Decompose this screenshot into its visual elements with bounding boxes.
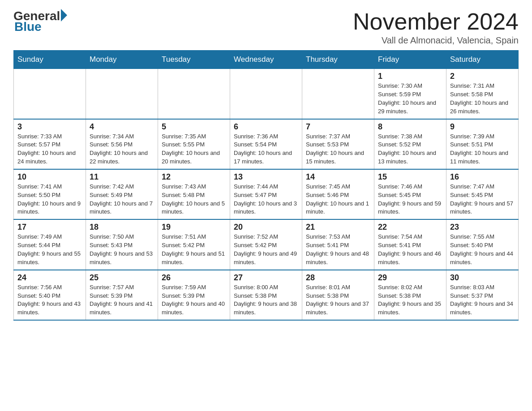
day-number: 22 (378, 223, 442, 232)
calendar-cell (158, 69, 230, 119)
day-info: Sunrise: 7:38 AMSunset: 5:52 PMDaylight:… (378, 133, 442, 166)
day-info: Sunrise: 7:47 AMSunset: 5:45 PMDaylight:… (450, 183, 515, 216)
day-info: Sunrise: 7:52 AMSunset: 5:42 PMDaylight:… (234, 233, 298, 266)
calendar-cell: 22Sunrise: 7:54 AMSunset: 5:41 PMDayligh… (374, 219, 446, 270)
day-info: Sunrise: 7:45 AMSunset: 5:46 PMDaylight:… (306, 183, 370, 216)
day-number: 25 (90, 273, 154, 283)
day-number: 23 (450, 223, 515, 232)
calendar-cell: 14Sunrise: 7:45 AMSunset: 5:46 PMDayligh… (302, 169, 374, 219)
week-row-3: 10Sunrise: 7:41 AMSunset: 5:50 PMDayligh… (14, 169, 519, 219)
day-info: Sunrise: 7:56 AMSunset: 5:40 PMDaylight:… (17, 283, 82, 317)
calendar-cell: 16Sunrise: 7:47 AMSunset: 5:45 PMDayligh… (446, 169, 519, 219)
calendar-cell (302, 69, 374, 119)
day-number: 24 (17, 273, 82, 283)
weekday-header-friday: Friday (374, 51, 446, 69)
day-info: Sunrise: 7:34 AMSunset: 5:56 PMDaylight:… (90, 133, 154, 166)
day-info: Sunrise: 7:37 AMSunset: 5:53 PMDaylight:… (306, 133, 370, 166)
calendar-cell: 1Sunrise: 7:30 AMSunset: 5:59 PMDaylight… (374, 69, 446, 119)
week-row-2: 3Sunrise: 7:33 AMSunset: 5:57 PMDaylight… (14, 119, 519, 169)
calendar-cell: 23Sunrise: 7:55 AMSunset: 5:40 PMDayligh… (446, 219, 519, 270)
page-header: General Blue November 2024 Vall de Almon… (13, 9, 519, 46)
calendar-cell: 11Sunrise: 7:42 AMSunset: 5:49 PMDayligh… (86, 169, 158, 219)
day-info: Sunrise: 7:49 AMSunset: 5:44 PMDaylight:… (17, 233, 82, 266)
calendar-cell: 25Sunrise: 7:57 AMSunset: 5:39 PMDayligh… (86, 270, 158, 320)
week-row-5: 24Sunrise: 7:56 AMSunset: 5:40 PMDayligh… (14, 270, 519, 320)
calendar-cell (14, 69, 86, 119)
weekday-header-wednesday: Wednesday (230, 51, 302, 69)
calendar-cell (86, 69, 158, 119)
day-number: 19 (162, 223, 226, 232)
day-info: Sunrise: 7:33 AMSunset: 5:57 PMDaylight:… (17, 133, 82, 166)
day-number: 10 (17, 172, 82, 182)
day-number: 6 (234, 122, 298, 132)
day-number: 3 (17, 122, 82, 132)
day-number: 17 (17, 223, 82, 232)
month-title: November 2024 (353, 9, 519, 34)
day-info: Sunrise: 8:02 AMSunset: 5:38 PMDaylight:… (378, 283, 442, 317)
weekday-header-saturday: Saturday (446, 51, 519, 69)
day-number: 8 (378, 122, 442, 132)
day-info: Sunrise: 7:51 AMSunset: 5:42 PMDaylight:… (162, 233, 226, 266)
week-row-4: 17Sunrise: 7:49 AMSunset: 5:44 PMDayligh… (14, 219, 519, 270)
day-number: 5 (162, 122, 226, 132)
logo-blue-text: Blue (14, 20, 42, 34)
calendar-cell: 17Sunrise: 7:49 AMSunset: 5:44 PMDayligh… (14, 219, 86, 270)
day-info: Sunrise: 8:00 AMSunset: 5:38 PMDaylight:… (234, 283, 298, 317)
weekday-header-sunday: Sunday (14, 51, 86, 69)
day-number: 16 (450, 172, 515, 182)
day-number: 11 (90, 172, 154, 182)
day-number: 21 (306, 223, 370, 232)
calendar-cell: 9Sunrise: 7:39 AMSunset: 5:51 PMDaylight… (446, 119, 519, 169)
day-info: Sunrise: 7:54 AMSunset: 5:41 PMDaylight:… (378, 233, 442, 266)
calendar-cell: 4Sunrise: 7:34 AMSunset: 5:56 PMDaylight… (86, 119, 158, 169)
calendar-cell: 6Sunrise: 7:36 AMSunset: 5:54 PMDaylight… (230, 119, 302, 169)
day-number: 12 (162, 172, 226, 182)
day-info: Sunrise: 7:53 AMSunset: 5:41 PMDaylight:… (306, 233, 370, 266)
logo-arrow-icon (61, 9, 67, 21)
calendar-cell: 12Sunrise: 7:43 AMSunset: 5:48 PMDayligh… (158, 169, 230, 219)
day-info: Sunrise: 7:59 AMSunset: 5:39 PMDaylight:… (162, 283, 226, 317)
day-info: Sunrise: 8:03 AMSunset: 5:37 PMDaylight:… (450, 283, 515, 317)
calendar-cell: 29Sunrise: 8:02 AMSunset: 5:38 PMDayligh… (374, 270, 446, 320)
day-info: Sunrise: 7:57 AMSunset: 5:39 PMDaylight:… (90, 283, 154, 317)
calendar-cell: 2Sunrise: 7:31 AMSunset: 5:58 PMDaylight… (446, 69, 519, 119)
calendar-cell: 3Sunrise: 7:33 AMSunset: 5:57 PMDaylight… (14, 119, 86, 169)
day-number: 30 (450, 273, 515, 283)
day-number: 27 (234, 273, 298, 283)
day-info: Sunrise: 7:41 AMSunset: 5:50 PMDaylight:… (17, 183, 82, 216)
calendar-cell: 27Sunrise: 8:00 AMSunset: 5:38 PMDayligh… (230, 270, 302, 320)
day-info: Sunrise: 7:30 AMSunset: 5:59 PMDaylight:… (378, 82, 442, 116)
calendar-cell: 13Sunrise: 7:44 AMSunset: 5:47 PMDayligh… (230, 169, 302, 219)
logo: General Blue (13, 9, 67, 34)
day-number: 26 (162, 273, 226, 283)
day-info: Sunrise: 7:46 AMSunset: 5:45 PMDaylight:… (378, 183, 442, 216)
day-number: 9 (450, 122, 515, 132)
day-info: Sunrise: 7:43 AMSunset: 5:48 PMDaylight:… (162, 183, 226, 216)
day-number: 7 (306, 122, 370, 132)
day-number: 13 (234, 172, 298, 182)
calendar-cell: 10Sunrise: 7:41 AMSunset: 5:50 PMDayligh… (14, 169, 86, 219)
day-number: 14 (306, 172, 370, 182)
calendar-cell: 5Sunrise: 7:35 AMSunset: 5:55 PMDaylight… (158, 119, 230, 169)
calendar-cell: 7Sunrise: 7:37 AMSunset: 5:53 PMDaylight… (302, 119, 374, 169)
day-info: Sunrise: 7:39 AMSunset: 5:51 PMDaylight:… (450, 133, 515, 166)
week-row-1: 1Sunrise: 7:30 AMSunset: 5:59 PMDaylight… (14, 69, 519, 119)
weekday-header-tuesday: Tuesday (158, 51, 230, 69)
weekday-header-row: SundayMondayTuesdayWednesdayThursdayFrid… (14, 51, 519, 69)
day-number: 18 (90, 223, 154, 232)
calendar-cell: 18Sunrise: 7:50 AMSunset: 5:43 PMDayligh… (86, 219, 158, 270)
day-number: 1 (378, 72, 442, 81)
calendar-cell: 24Sunrise: 7:56 AMSunset: 5:40 PMDayligh… (14, 270, 86, 320)
day-number: 28 (306, 273, 370, 283)
day-number: 29 (378, 273, 442, 283)
calendar-cell (230, 69, 302, 119)
day-number: 4 (90, 122, 154, 132)
day-info: Sunrise: 7:35 AMSunset: 5:55 PMDaylight:… (162, 133, 226, 166)
calendar-cell: 8Sunrise: 7:38 AMSunset: 5:52 PMDaylight… (374, 119, 446, 169)
weekday-header-thursday: Thursday (302, 51, 374, 69)
calendar-cell: 15Sunrise: 7:46 AMSunset: 5:45 PMDayligh… (374, 169, 446, 219)
calendar-cell: 28Sunrise: 8:01 AMSunset: 5:38 PMDayligh… (302, 270, 374, 320)
day-info: Sunrise: 7:31 AMSunset: 5:58 PMDaylight:… (450, 82, 515, 116)
day-number: 20 (234, 223, 298, 232)
calendar-cell: 30Sunrise: 8:03 AMSunset: 5:37 PMDayligh… (446, 270, 519, 320)
